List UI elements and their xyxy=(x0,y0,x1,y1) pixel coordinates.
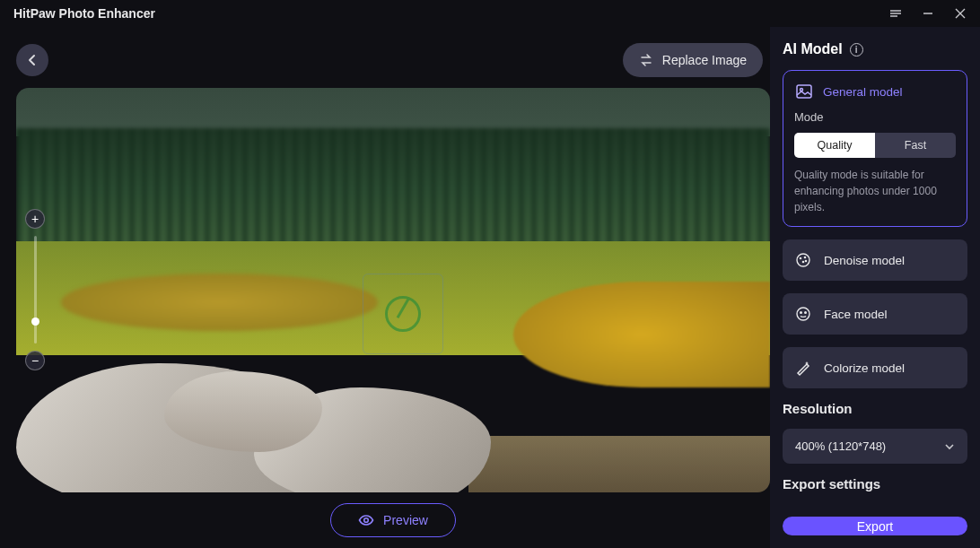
zoom-out-button[interactable]: − xyxy=(25,351,45,370)
svg-point-5 xyxy=(804,257,805,257)
chevron-left-icon xyxy=(26,54,39,66)
mode-segmented: Quality Fast xyxy=(794,133,956,158)
replace-image-button[interactable]: Replace Image xyxy=(623,43,763,77)
mode-fast[interactable]: Fast xyxy=(875,133,956,158)
preview-button[interactable]: Preview xyxy=(330,503,456,537)
face-label: Face model xyxy=(824,308,888,321)
svg-point-9 xyxy=(801,312,802,314)
wand-icon xyxy=(793,358,813,378)
svg-point-3 xyxy=(797,254,809,266)
titlebar: HitPaw Photo Enhancer xyxy=(0,0,980,27)
svg-point-8 xyxy=(797,308,809,320)
mode-description: Quality mode is suitable for enhancing p… xyxy=(794,167,956,215)
ai-model-title-row: AI Model i xyxy=(783,41,967,57)
ai-model-title: AI Model xyxy=(783,41,843,57)
mode-label: Mode xyxy=(794,110,956,124)
settings-pane: AI Model i General model Mode Quality Fa… xyxy=(770,27,980,548)
back-button[interactable] xyxy=(16,44,48,76)
zoom-slider[interactable] xyxy=(34,236,37,344)
svg-point-0 xyxy=(364,518,369,523)
face-icon xyxy=(793,304,813,324)
preview-label: Preview xyxy=(383,513,428,527)
general-model-label: General model xyxy=(823,85,903,99)
watermark-overlay xyxy=(363,274,443,354)
resolution-title: Resolution xyxy=(783,401,967,416)
svg-point-6 xyxy=(802,261,803,262)
preview-row: Preview xyxy=(16,503,770,537)
window-controls xyxy=(889,7,967,20)
svg-point-2 xyxy=(801,89,803,91)
swap-icon xyxy=(639,53,653,67)
svg-point-7 xyxy=(805,260,806,261)
zoom-controls: + − xyxy=(25,209,45,370)
denoise-label: Denoise model xyxy=(824,254,905,267)
menu-icon[interactable] xyxy=(889,7,902,20)
zoom-in-button[interactable]: + xyxy=(25,209,45,229)
image-icon xyxy=(794,82,814,101)
general-model-card[interactable]: General model Mode Quality Fast Quality … xyxy=(783,70,967,227)
chevron-down-icon xyxy=(944,441,955,452)
close-button[interactable] xyxy=(954,7,967,20)
general-model-head: General model xyxy=(794,82,956,101)
image-canvas xyxy=(16,88,770,492)
export-button[interactable]: Export xyxy=(783,517,967,535)
main: Replace Image + xyxy=(0,27,980,548)
export-settings-title: Export settings xyxy=(783,476,967,491)
resolution-select[interactable]: 400% (1120*748) xyxy=(783,429,967,464)
replace-image-label: Replace Image xyxy=(662,53,747,67)
colorize-label: Colorize model xyxy=(824,361,905,375)
eye-icon xyxy=(358,512,374,528)
app-title: HitPaw Photo Enhancer xyxy=(13,6,155,21)
export-label: Export xyxy=(857,519,893,534)
image-viewport[interactable]: + − xyxy=(16,88,770,492)
colorize-model-item[interactable]: Colorize model xyxy=(783,347,967,388)
denoise-icon xyxy=(793,250,813,270)
svg-point-10 xyxy=(805,312,807,314)
zoom-thumb[interactable] xyxy=(31,317,39,326)
resolution-value: 400% (1120*748) xyxy=(795,439,886,453)
svg-point-4 xyxy=(800,257,801,258)
svg-rect-1 xyxy=(797,85,811,98)
minimize-button[interactable] xyxy=(922,7,934,20)
editor-pane: Replace Image + xyxy=(0,27,770,548)
editor-topbar: Replace Image xyxy=(16,43,770,77)
denoise-model-item[interactable]: Denoise model xyxy=(783,239,967,281)
info-icon[interactable]: i xyxy=(850,43,863,57)
mode-quality[interactable]: Quality xyxy=(794,133,875,158)
face-model-item[interactable]: Face model xyxy=(783,293,967,335)
